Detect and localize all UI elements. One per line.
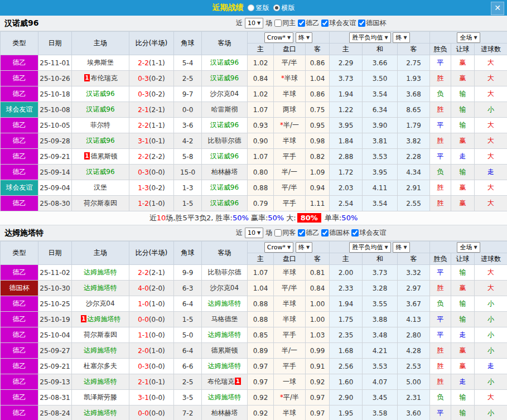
away-team-name: 比勒菲尔德 [208,268,242,276]
handicap-label: 平/半 [282,284,297,292]
match-count-select[interactable]: 10▼ [245,228,263,238]
horizontal-layout-radio[interactable]: 横版 [273,3,295,13]
goals-result-cell: 小 [475,327,507,343]
home-team-name: 杜塞尔多夫 [84,362,117,370]
handicap-result-cell-label: 输 [460,393,466,401]
goals-result-cell: 大 [475,133,507,149]
checkbox-input[interactable] [298,229,305,236]
full-time-score: 0-3 [138,168,149,176]
result-cell-label: 胜 [437,284,444,292]
match-row: 球会友谊25-09-04汉堡1-3(0-2)1-3汉诺威960.88平/半0.9… [1,180,507,196]
checkbox-input[interactable] [321,20,329,27]
handicap-cell: *半/一 [274,118,306,133]
sub-header-odds-away: 客 [306,44,330,55]
odds-stage-select[interactable]: 终▼ [296,242,312,253]
avg-draw-cell: 3.81 [363,133,398,149]
avg-away-cell: 2.28 [398,149,430,165]
handicap-result-cell: 输 [451,102,475,118]
home-odds-cell: 0.88 [248,180,274,196]
handicap-result-cell-label: 输 [460,409,466,417]
home-odds-cell: 0.90 [248,133,274,149]
sub-header-result: 胜负 [430,253,451,265]
league-type-cell: 德乙 [1,390,38,405]
away-odds-cell: 1.04 [306,71,330,86]
handicap-label: 半球 [283,300,296,307]
same-venue-checkbox[interactable]: 同主 [274,18,296,28]
avg-away-cell: 3.67 [398,296,430,312]
scope-select[interactable]: 全场▼ [457,32,480,43]
match-row: 德乙25-09-27达姆施塔特2-0(1-0)6-4德累斯顿0.89半/一0.9… [1,343,507,359]
home-team-name: 汉诺威96 [86,90,114,98]
handicap-result-cell: 输 [451,265,475,281]
avg-away-cell: 5.00 [398,374,430,390]
date-cell: 25-11-01 [38,55,72,71]
avg-draw-cell: 3.66 [363,55,398,71]
avg-draw-cell: 3.28 [363,281,398,296]
full-time-score: 3-1 [138,137,149,145]
avg-home-cell: 2.03 [330,180,363,196]
checkbox-input[interactable] [351,229,359,236]
corner-cell: 1-5 [174,196,202,211]
vertical-layout-radio[interactable]: 竖版 [248,3,269,13]
away-team-name: 柏林赫塔 [211,168,238,176]
avg-draw-cell: 4.21 [363,343,398,359]
handicap-cell: 半/一 [274,343,306,359]
checkbox-input[interactable] [274,20,282,27]
chevron-down-icon: ▼ [384,35,388,40]
league-checkbox-cup[interactable]: 德国杯 [358,18,386,28]
handicap-cell: 平/半 [274,281,306,296]
away-team-cell: 达姆施塔特 [202,359,248,374]
odds-company-select[interactable]: Crow*▼ [264,32,293,43]
avg-draw-cell: 3.88 [363,312,398,327]
result-cell-label: 胜 [437,378,444,385]
full-time-score: 3-1 [138,394,149,402]
date-cell: 25-08-31 [38,390,72,405]
home-odds-cell: 0.92 [248,390,274,405]
avg-stage-select[interactable]: 终▼ [393,32,409,43]
odds-stage-select[interactable]: 终▼ [296,32,312,43]
result-cell-label: 平 [437,331,444,339]
avg-select[interactable]: 胜平负均值▼ [349,32,390,43]
league-checkbox-friendly[interactable]: 球会友谊 [351,228,386,238]
avg-draw-cell: 3.90 [363,118,398,133]
home-team-cell: 沙尔克04 [72,296,129,312]
checkbox-input[interactable] [321,229,329,236]
league-checkbox-cup[interactable]: 德国杯 [321,228,349,238]
avg-select[interactable]: 胜平负均值▼ [349,242,390,253]
handicap-label: 半球 [283,409,296,417]
league-type-cell: 德乙 [1,133,38,149]
away-team-name: 汉诺威96 [210,59,239,66]
checkbox-input[interactable] [298,20,305,27]
same-venue-checkbox[interactable]: 同客 [274,228,296,238]
league-checkbox-friendly[interactable]: 球会友谊 [321,18,356,28]
handicap-result-cell: 输 [451,405,475,420]
match-count-select[interactable]: 10▼ [245,18,263,28]
handicap-result-cell-label: 赢 [460,346,466,354]
avg-draw-cell: 3.53 [363,359,398,374]
league-type-label: 球会友谊 [6,184,33,191]
result-cell: 平 [430,149,451,165]
home-team-cell: 1达姆施塔特 [72,312,129,327]
league-checkbox-de2[interactable]: 德乙 [298,228,319,238]
league-type-label: 德乙 [13,121,26,129]
radio-label: 竖版 [256,3,269,13]
filter-controls: 近 10▼ 场 同主 德乙 球会友谊 德国杯 [236,18,386,28]
checkbox-input[interactable] [274,229,282,236]
avg-stage-select[interactable]: 终▼ [393,242,409,253]
league-checkbox-de2[interactable]: 德乙 [298,18,319,28]
odds-company-select[interactable]: Crow*▼ [264,242,293,253]
checkbox-input[interactable] [358,20,365,27]
date-cell: 25-10-04 [38,327,72,343]
score-cell: 0-0(0-0) [129,312,174,327]
league-type-label: 德乙 [13,199,26,207]
col-header-type: 类型 [1,242,38,265]
avg-away-cell: 4.34 [398,165,430,180]
half-time-score: (0-1) [149,137,165,145]
away-team-cell: 比勒菲尔德 [202,265,248,281]
result-cell: 负 [430,390,451,405]
close-button[interactable]: ✕ [491,2,504,15]
score-cell: 2-2(1-1) [129,118,174,133]
summary-text: 赢率: [249,214,268,222]
match-row: 德乙25-08-30荷尔斯泰因1-2(1-0)1-5汉诺威960.79平手1.1… [1,196,507,211]
scope-select[interactable]: 全场▼ [457,242,480,253]
